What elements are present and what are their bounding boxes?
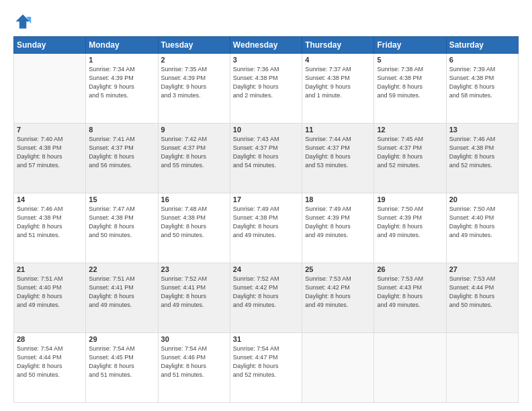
calendar-week-row: 1Sunrise: 7:34 AM Sunset: 4:39 PM Daylig… <box>14 54 519 124</box>
day-info: Sunrise: 7:53 AM Sunset: 4:44 PM Dayligh… <box>449 275 515 310</box>
day-number: 19 <box>377 195 443 203</box>
page: SundayMondayTuesdayWednesdayThursdayFrid… <box>0 0 532 411</box>
calendar-cell: 15Sunrise: 7:47 AM Sunset: 4:38 PM Dayli… <box>86 193 158 263</box>
calendar-cell: 12Sunrise: 7:45 AM Sunset: 4:37 PM Dayli… <box>374 124 446 193</box>
calendar-cell: 9Sunrise: 7:42 AM Sunset: 4:37 PM Daylig… <box>158 124 230 193</box>
weekday-header-saturday: Saturday <box>446 37 518 54</box>
day-info: Sunrise: 7:40 AM Sunset: 4:38 PM Dayligh… <box>17 135 83 170</box>
logo-icon <box>13 12 32 31</box>
day-info: Sunrise: 7:35 AM Sunset: 4:39 PM Dayligh… <box>161 65 227 100</box>
weekday-header-monday: Monday <box>86 37 158 54</box>
calendar-cell: 29Sunrise: 7:54 AM Sunset: 4:45 PM Dayli… <box>86 333 158 403</box>
weekday-header-thursday: Thursday <box>302 37 374 54</box>
calendar-cell: 16Sunrise: 7:48 AM Sunset: 4:38 PM Dayli… <box>158 193 230 263</box>
header <box>13 12 519 31</box>
calendar-cell: 19Sunrise: 7:50 AM Sunset: 4:39 PM Dayli… <box>374 193 446 263</box>
day-number: 29 <box>89 335 154 343</box>
calendar-cell: 3Sunrise: 7:36 AM Sunset: 4:38 PM Daylig… <box>230 54 302 124</box>
day-info: Sunrise: 7:51 AM Sunset: 4:40 PM Dayligh… <box>17 275 83 310</box>
day-number: 18 <box>305 195 371 203</box>
calendar-week-row: 14Sunrise: 7:46 AM Sunset: 4:38 PM Dayli… <box>14 193 519 263</box>
calendar-week-row: 7Sunrise: 7:40 AM Sunset: 4:38 PM Daylig… <box>14 124 519 193</box>
calendar-cell: 11Sunrise: 7:44 AM Sunset: 4:37 PM Dayli… <box>302 124 374 193</box>
day-info: Sunrise: 7:46 AM Sunset: 4:38 PM Dayligh… <box>449 135 515 170</box>
day-info: Sunrise: 7:53 AM Sunset: 4:42 PM Dayligh… <box>305 275 371 310</box>
calendar-cell: 6Sunrise: 7:39 AM Sunset: 4:38 PM Daylig… <box>446 54 518 124</box>
day-info: Sunrise: 7:54 AM Sunset: 4:44 PM Dayligh… <box>17 345 83 379</box>
day-number: 30 <box>161 335 227 343</box>
day-info: Sunrise: 7:42 AM Sunset: 4:37 PM Dayligh… <box>161 135 227 170</box>
weekday-header-tuesday: Tuesday <box>158 37 230 54</box>
calendar-header: SundayMondayTuesdayWednesdayThursdayFrid… <box>14 37 519 54</box>
calendar-cell: 28Sunrise: 7:54 AM Sunset: 4:44 PM Dayli… <box>14 333 86 403</box>
day-info: Sunrise: 7:43 AM Sunset: 4:37 PM Dayligh… <box>233 135 299 170</box>
day-info: Sunrise: 7:51 AM Sunset: 4:41 PM Dayligh… <box>89 275 154 310</box>
day-number: 14 <box>17 195 83 203</box>
calendar-body: 1Sunrise: 7:34 AM Sunset: 4:39 PM Daylig… <box>14 54 519 403</box>
day-number: 7 <box>17 126 83 134</box>
calendar-cell: 10Sunrise: 7:43 AM Sunset: 4:37 PM Dayli… <box>230 124 302 193</box>
day-number: 28 <box>17 335 83 343</box>
calendar-cell: 5Sunrise: 7:38 AM Sunset: 4:38 PM Daylig… <box>374 54 446 124</box>
calendar-cell <box>14 54 86 124</box>
svg-marker-0 <box>16 15 30 29</box>
calendar-cell: 26Sunrise: 7:53 AM Sunset: 4:43 PM Dayli… <box>374 263 446 333</box>
day-number: 12 <box>377 126 443 134</box>
day-number: 23 <box>161 265 227 273</box>
calendar-cell: 30Sunrise: 7:54 AM Sunset: 4:46 PM Dayli… <box>158 333 230 403</box>
day-number: 2 <box>161 56 227 64</box>
calendar-table: SundayMondayTuesdayWednesdayThursdayFrid… <box>13 36 519 403</box>
day-number: 16 <box>161 195 227 203</box>
calendar-cell: 17Sunrise: 7:49 AM Sunset: 4:38 PM Dayli… <box>230 193 302 263</box>
day-number: 11 <box>305 126 371 134</box>
calendar-cell: 27Sunrise: 7:53 AM Sunset: 4:44 PM Dayli… <box>446 263 518 333</box>
day-number: 13 <box>449 126 515 134</box>
day-number: 17 <box>233 195 299 203</box>
day-info: Sunrise: 7:54 AM Sunset: 4:47 PM Dayligh… <box>233 345 299 379</box>
day-info: Sunrise: 7:45 AM Sunset: 4:37 PM Dayligh… <box>377 135 443 170</box>
calendar-week-row: 28Sunrise: 7:54 AM Sunset: 4:44 PM Dayli… <box>14 333 519 403</box>
day-number: 20 <box>449 195 515 203</box>
calendar-cell: 18Sunrise: 7:49 AM Sunset: 4:39 PM Dayli… <box>302 193 374 263</box>
calendar-cell: 13Sunrise: 7:46 AM Sunset: 4:38 PM Dayli… <box>446 124 518 193</box>
day-number: 10 <box>233 126 299 134</box>
weekday-header-sunday: Sunday <box>14 37 86 54</box>
day-info: Sunrise: 7:48 AM Sunset: 4:38 PM Dayligh… <box>161 205 227 240</box>
calendar-cell: 2Sunrise: 7:35 AM Sunset: 4:39 PM Daylig… <box>158 54 230 124</box>
calendar-cell: 21Sunrise: 7:51 AM Sunset: 4:40 PM Dayli… <box>14 263 86 333</box>
day-info: Sunrise: 7:52 AM Sunset: 4:42 PM Dayligh… <box>233 275 299 310</box>
day-info: Sunrise: 7:39 AM Sunset: 4:38 PM Dayligh… <box>449 65 515 100</box>
day-info: Sunrise: 7:50 AM Sunset: 4:39 PM Dayligh… <box>377 205 443 240</box>
calendar-cell: 7Sunrise: 7:40 AM Sunset: 4:38 PM Daylig… <box>14 124 86 193</box>
day-info: Sunrise: 7:36 AM Sunset: 4:38 PM Dayligh… <box>233 65 299 100</box>
day-info: Sunrise: 7:54 AM Sunset: 4:45 PM Dayligh… <box>89 345 154 379</box>
day-number: 5 <box>377 56 443 64</box>
day-info: Sunrise: 7:41 AM Sunset: 4:37 PM Dayligh… <box>89 135 154 170</box>
day-info: Sunrise: 7:47 AM Sunset: 4:38 PM Dayligh… <box>89 205 154 240</box>
day-number: 21 <box>17 265 83 273</box>
calendar-cell <box>446 333 518 403</box>
day-number: 31 <box>233 335 299 343</box>
calendar-cell <box>374 333 446 403</box>
day-number: 1 <box>89 56 154 64</box>
day-number: 6 <box>449 56 515 64</box>
calendar-cell: 14Sunrise: 7:46 AM Sunset: 4:38 PM Dayli… <box>14 193 86 263</box>
day-info: Sunrise: 7:53 AM Sunset: 4:43 PM Dayligh… <box>377 275 443 310</box>
weekday-row: SundayMondayTuesdayWednesdayThursdayFrid… <box>14 37 519 54</box>
calendar-week-row: 21Sunrise: 7:51 AM Sunset: 4:40 PM Dayli… <box>14 263 519 333</box>
day-info: Sunrise: 7:34 AM Sunset: 4:39 PM Dayligh… <box>89 65 154 100</box>
weekday-header-wednesday: Wednesday <box>230 37 302 54</box>
day-info: Sunrise: 7:50 AM Sunset: 4:40 PM Dayligh… <box>449 205 515 240</box>
day-info: Sunrise: 7:44 AM Sunset: 4:37 PM Dayligh… <box>305 135 371 170</box>
day-number: 15 <box>89 195 154 203</box>
day-number: 25 <box>305 265 371 273</box>
calendar-cell <box>302 333 374 403</box>
day-number: 26 <box>377 265 443 273</box>
day-number: 3 <box>233 56 299 64</box>
day-info: Sunrise: 7:37 AM Sunset: 4:38 PM Dayligh… <box>305 65 371 100</box>
day-info: Sunrise: 7:52 AM Sunset: 4:41 PM Dayligh… <box>161 275 227 310</box>
calendar-cell: 1Sunrise: 7:34 AM Sunset: 4:39 PM Daylig… <box>86 54 158 124</box>
day-number: 24 <box>233 265 299 273</box>
calendar-cell: 23Sunrise: 7:52 AM Sunset: 4:41 PM Dayli… <box>158 263 230 333</box>
day-number: 27 <box>449 265 515 273</box>
